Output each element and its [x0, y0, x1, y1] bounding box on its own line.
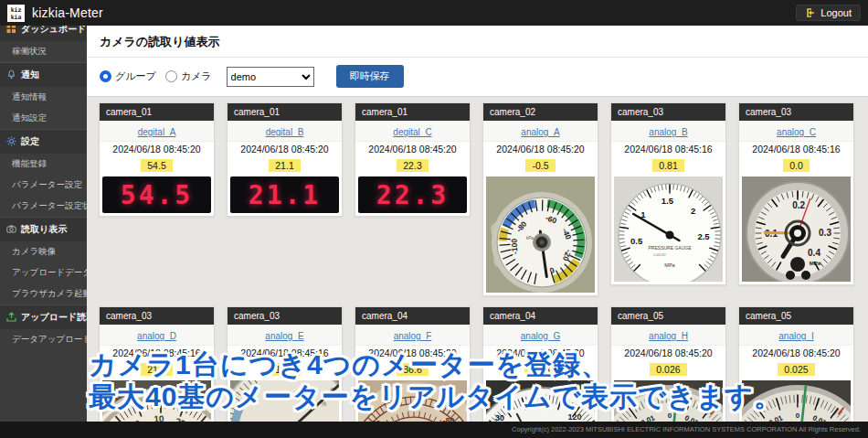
kizkia-logo: kiz kia	[7, 5, 25, 22]
sidebar-section-gear[interactable]: 設定	[0, 130, 87, 154]
svg-text:0.5: 0.5	[630, 236, 643, 246]
meter-name-link[interactable]: analog_E	[265, 331, 303, 341]
sidebar-item[interactable]: データアップロード	[0, 329, 87, 350]
radio-unselected-icon[interactable]	[165, 70, 177, 82]
sidebar-section-label: 設定	[21, 135, 39, 148]
sidebar-section-label: 通知	[21, 69, 39, 81]
seven-segment-display: 21.1	[230, 176, 339, 213]
reading-value: 0.026	[650, 363, 686, 376]
meter-card: camera_02analog_A2024/06/18 08:45:20-0.5…	[482, 102, 598, 296]
copyright-text: Copyright(c) 2022-2023 MITSUBISHI ELECTR…	[512, 425, 861, 433]
meter-name-link[interactable]: degital_B	[266, 127, 304, 137]
meter-name-link[interactable]: analog_B	[649, 127, 687, 137]
logout-label: Logout	[820, 7, 852, 18]
camera-name: camera_04	[483, 307, 598, 325]
digital-meter-image: 22.3	[358, 176, 467, 213]
footer-bar: Copyright(c) 2022-2023 MITSUBISHI ELECTR…	[0, 422, 868, 438]
reading-value: 15.1	[269, 363, 300, 376]
meter-card: camera_01degital_B2024/06/18 08:45:2021.…	[227, 102, 343, 217]
meter-name-link[interactable]: degital_A	[138, 127, 176, 137]
analog-gauge-image: 0.511.522.5PRESSURE GAUGEL04132MPa	[614, 176, 723, 282]
svg-text:kPa: kPa	[526, 236, 534, 240]
meter-card: camera_05analog_I2024/06/18 08:45:200.02…	[738, 306, 854, 438]
meter-card: camera_05analog_H2024/06/18 08:45:200.02…	[610, 306, 726, 438]
radio-camera-option[interactable]: カメラ	[165, 69, 212, 83]
svg-text:-100: -100	[510, 239, 520, 255]
sidebar-section-dashboard[interactable]: ダッシュボード	[0, 26, 87, 41]
sidebar-item[interactable]: パラメーター設定	[0, 175, 87, 196]
meter-card: camera_03analog_C2024/06/18 08:45:160.00…	[738, 102, 854, 285]
reading-value-row: -0.5	[483, 155, 598, 175]
sidebar-section-camera[interactable]: 読取り表示	[0, 218, 87, 241]
reading-timestamp: 2024/06/18 08:45:16	[228, 346, 342, 359]
meter-name-link[interactable]: analog_C	[777, 127, 816, 137]
reading-value-row: 0.81	[611, 155, 725, 175]
reading-value-row: 15.1	[228, 359, 342, 379]
seven-segment-display: 54.5	[102, 176, 211, 213]
upload-icon	[6, 312, 16, 324]
meter-name-link[interactable]: degital_C	[393, 127, 431, 137]
page-title: カメラの読取り値表示	[87, 26, 868, 58]
group-select[interactable]: demo	[227, 67, 314, 87]
sidebar-section-bell[interactable]: 通知	[0, 63, 87, 87]
svg-text:L04132: L04132	[653, 252, 666, 257]
logo-line-2: kia	[7, 14, 25, 21]
sidebar-item[interactable]: 通知情報	[0, 87, 87, 108]
sidebar-item[interactable]: 稼働状況	[0, 41, 87, 62]
header-panel: カメラの読取り値表示 グループ カメラ demo 即時保存	[87, 26, 868, 97]
svg-text:0.3: 0.3	[819, 228, 831, 238]
radio-group-option[interactable]: グループ	[100, 69, 156, 83]
camera-name: camera_01	[355, 103, 470, 121]
meter-link-row: analog_C	[739, 121, 853, 142]
sidebar-item[interactable]: パラメーター設定状況	[0, 196, 87, 217]
sidebar-item[interactable]: 機能登録	[0, 154, 87, 175]
reading-timestamp: 2024/06/18 08:45:16	[100, 346, 214, 359]
sidebar-section-upload[interactable]: アップロード読取り	[0, 305, 87, 329]
sidebar-section-label: アップロード読取り	[21, 311, 87, 324]
sidebar-item[interactable]: アップロードデータ	[0, 262, 87, 283]
reading-value: 21.1	[269, 159, 300, 172]
reading-timestamp: 2024/06/18 08:45:20	[355, 346, 470, 359]
save-now-button[interactable]: 即時保存	[336, 65, 404, 88]
logo-line-1: kiz	[7, 6, 25, 14]
meter-name-link[interactable]: analog_D	[137, 331, 176, 341]
sidebar-section: ダッシュボード稼働状況	[0, 26, 87, 62]
svg-text:120: 120	[567, 412, 581, 422]
reading-value: 0.81	[652, 159, 683, 172]
meter-card: camera_03analog_E2024/06/18 08:45:1615.1…	[227, 306, 343, 438]
logout-button[interactable]: Logout	[796, 5, 861, 21]
sidebar-section: アップロード読取りデータアップロード	[0, 304, 87, 350]
radio-selected-icon[interactable]	[100, 70, 111, 82]
reading-value: 21.6	[141, 363, 172, 376]
svg-text:2.5: 2.5	[697, 231, 710, 241]
digital-meter-image: 54.5	[102, 176, 211, 213]
logout-icon	[805, 7, 816, 18]
reading-timestamp: 2024/06/18 08:45:20	[483, 346, 598, 359]
sidebar-item[interactable]: 通知設定	[0, 108, 87, 129]
reading-value-row: 22.3	[355, 155, 470, 175]
reading-value: 86.6	[397, 363, 428, 376]
radio-group-label: グループ	[115, 69, 156, 83]
camera-name: camera_03	[100, 307, 214, 325]
meter-card: camera_04analog_G2024/06/18 08:45:2059.6…	[482, 306, 598, 438]
meter-name-link[interactable]: analog_A	[521, 127, 559, 137]
meter-card: camera_03analog_D2024/06/18 08:45:1621.6…	[99, 306, 215, 438]
bell-icon	[6, 69, 16, 81]
reading-value: -0.5	[525, 159, 555, 172]
svg-text:MPa: MPa	[810, 261, 821, 266]
meter-name-link[interactable]: analog_G	[521, 331, 560, 341]
meter-card-grid: camera_01degital_A2024/06/18 08:45:2054.…	[87, 97, 868, 438]
meter-link-row: analog_F	[355, 325, 470, 346]
reading-value-row: 21.6	[100, 359, 214, 379]
sidebar-item[interactable]: カメラ映像	[0, 241, 87, 262]
sidebar-nav: ダッシュボード稼働状況通知通知情報通知設定設定機能登録パラメーター設定パラメータ…	[0, 26, 87, 422]
meter-name-link[interactable]: analog_H	[649, 331, 688, 341]
gauge-graphic: 0.10.20.30.4MPa	[742, 176, 851, 282]
sidebar-item[interactable]: ブラウザカメラ起動	[0, 283, 87, 304]
reading-value: 0.025	[778, 363, 814, 376]
svg-text:MPa: MPa	[664, 262, 675, 268]
top-bar: kiz kia kizkia-Meter Logout	[0, 0, 868, 26]
meter-name-link[interactable]: analog_F	[394, 331, 432, 341]
meter-name-link[interactable]: analog_I	[778, 331, 813, 341]
meter-link-row: analog_B	[611, 121, 725, 142]
